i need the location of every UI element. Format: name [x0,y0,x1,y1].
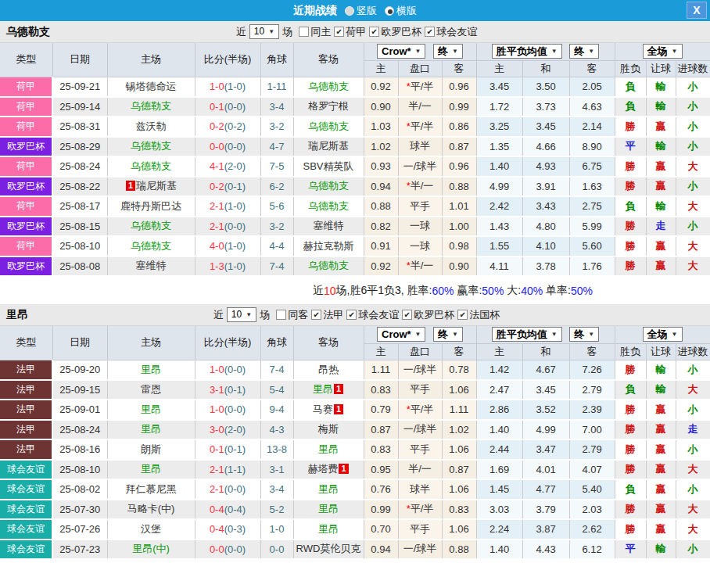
filter-checkbox-球会友谊[interactable]: ✔球会友谊 [346,308,399,322]
score-cell: 2-1(1-1) [195,460,260,480]
match-row: 荷甲25-08-10乌德勒支4-0(1-0)4-4赫拉克勒斯0.91一球0.98… [0,236,710,256]
col-away: 客场 [293,326,364,360]
home-team: 朗斯 [107,439,195,460]
col-mean-away: 客 [569,343,615,360]
filter-checkbox-欧罗巴杯[interactable]: ✔欧罗巴杯 [402,308,454,322]
odds-away: 0.87 [442,460,476,480]
away-team: 乌德勒支 [293,77,364,97]
col-goals: 进球数 [676,343,710,360]
away-team-name: 昂热 [318,364,339,375]
mean-home: 2.44 [476,439,522,460]
home-team-name: 乌德勒支 [131,240,171,252]
result-goals: 大 [676,156,710,177]
team-name: 里昂 [6,308,28,322]
result-goals: 小 [676,137,710,157]
close-button[interactable]: X [687,2,707,19]
home-team: 里昂 [107,400,195,420]
away-team: 乌德勒支 [293,196,364,217]
full-time-score: 0-1 [210,443,224,455]
chevron-down-icon: ▼ [588,45,594,57]
col-mean-away: 客 [569,60,615,77]
col-mean-draw: 和 [522,343,569,360]
checkbox-icon: ✔ [334,27,344,37]
match-date: 25-08-10 [52,236,107,256]
wdl-final-select[interactable]: 终▼ [569,44,599,59]
chevron-down-icon: ▼ [588,328,594,340]
half-time-score: (1-1) [224,464,246,475]
handicap: *平/半 [398,77,442,97]
filter-checkbox-法国杯[interactable]: ✔法国杯 [457,308,500,322]
result-outcome: 負 [615,196,646,217]
matches-table: 类型 日期 主场 比分(半场) 角球 客场 Crow*▼ 终▼ 胜平负均值▼ 终… [0,326,710,560]
wdl-final-select[interactable]: 终▼ [569,327,599,342]
home-team: 塞维特 [107,256,195,277]
handicap: 半/一 [398,460,442,480]
full-time-score: 0-0 [210,141,224,152]
odds-away: 0.78 [442,360,476,380]
recent-count-value: 10 [231,309,242,321]
odds-final-select[interactable]: 终▼ [433,44,463,59]
corner-cell: 6-2 [260,177,293,197]
summary-part: 赢率: [454,284,482,298]
mean-home: 1.43 [476,217,522,237]
handicap: *平/半 [398,500,442,520]
wdl-mean-select[interactable]: 胜平负均值▼ [492,44,562,59]
odds-source-select[interactable]: Crow*▼ [377,327,425,342]
full-match-select[interactable]: 全场▼ [643,327,683,342]
result-outcome: 勝 [615,117,646,137]
recent-count-select[interactable]: 10▼ [249,24,279,39]
handicap: 球半 [398,137,442,157]
away-team-name: 赫拉克勒斯 [303,240,354,252]
handicap: *半/一 [398,177,442,197]
odds-away: 1.11 [442,400,476,420]
full-match-select[interactable]: 全场▼ [643,44,683,59]
wdl-mean-select[interactable]: 胜平负均值▼ [492,327,562,342]
window-title: 近期战绩 [293,4,337,18]
result-handicap: 贏 [646,460,676,480]
league-badge: 荷甲 [0,156,52,177]
match-date: 25-08-17 [52,196,107,217]
full-time-score: 4-0 [210,240,224,252]
corner-cell: 7-4 [260,360,293,380]
away-team-name: 乌德勒支 [308,260,349,271]
result-goals: 大 [676,256,710,277]
mean-draw: 3.45 [522,117,569,137]
mean-draw: 4.43 [522,540,569,560]
corner-score: 7-4 [270,364,285,375]
recent-prefix-label: 近 [213,308,224,322]
matches-table: 类型 日期 主场 比分(半场) 角球 客场 Crow*▼ 终▼ 胜平负均值▼ 终… [0,43,710,277]
filter-checkbox-荷甲[interactable]: ✔荷甲 [334,25,366,39]
home-team: 乌德勒支 [107,156,195,177]
result-outcome: 負 [615,479,646,500]
result-goals: 小 [676,177,710,197]
result-outcome: 勝 [615,439,646,460]
handicap: 平手 [398,196,442,217]
corner-cell: 1-11 [260,77,293,97]
filter-checkbox-同客[interactable]: 同客 [276,308,308,322]
half-time-score: (1-0) [224,200,246,212]
match-row: 法甲25-09-01里昂1-0(0-0)9-4马赛10.79*平/半1.112.… [0,400,710,420]
away-team: 乌德勒支 [293,256,364,277]
home-team-name: 朗斯 [141,443,161,455]
odds-home: 0.94 [364,177,398,197]
filter-checkbox-同主[interactable]: 同主 [299,25,331,39]
filter-checkbox-法甲[interactable]: ✔法甲 [311,308,343,322]
filter-checkbox-欧罗巴杯[interactable]: ✔欧罗巴杯 [369,25,421,39]
odds-away: 0.88 [442,540,476,560]
odds-home: 0.76 [364,479,398,500]
filter-checkbox-球会友谊[interactable]: ✔球会友谊 [425,25,477,39]
score-cell: 0-1(0-0) [195,97,260,117]
corner-score: 3-2 [270,120,285,132]
recent-count-select[interactable]: 10▼ [227,307,256,322]
col-type: 类型 [0,43,52,77]
half-time-score: (1-0) [224,81,246,92]
handicap: *半/一 [398,256,442,277]
corner-score: 4-7 [270,141,285,152]
layout-vertical-radio[interactable]: 竖版 [345,4,377,18]
match-date: 25-08-10 [52,460,107,480]
layout-horizontal-radio[interactable]: 横版 [385,4,417,18]
odds-final-select[interactable]: 终▼ [433,327,463,342]
odds-source-select[interactable]: Crow*▼ [377,44,425,59]
filter-label: 球会友谊 [358,308,399,322]
team-name: 乌德勒支 [6,25,50,39]
